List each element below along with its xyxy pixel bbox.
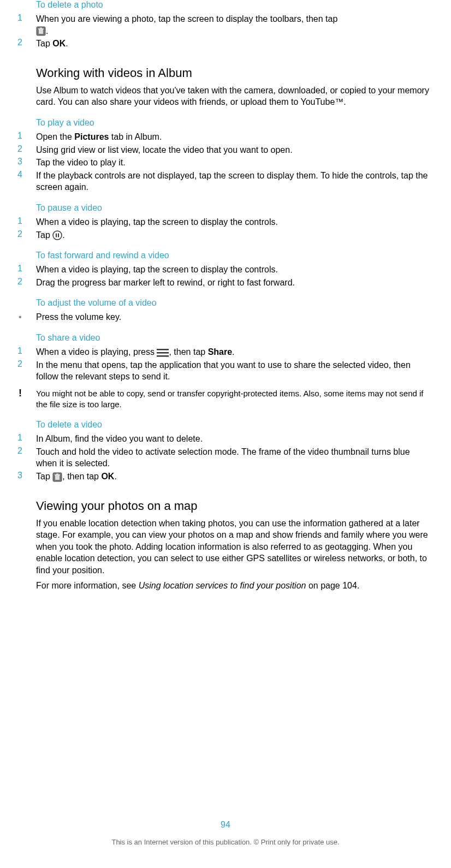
text-span: , then tap	[62, 472, 101, 481]
step-number: 1	[16, 131, 36, 141]
step-row: 2 Touch and hold the video to activate s…	[16, 446, 435, 469]
heading-fastforward: To fast forward and rewind a video	[36, 251, 435, 260]
heading-map: Viewing your photos on a map	[36, 499, 435, 513]
step-number: 2	[16, 38, 36, 47]
step-row: 4 If the playback controls are not displ…	[16, 170, 435, 193]
step-number: 3	[16, 157, 36, 167]
step-text: Tap .	[36, 229, 431, 241]
text-span: Tap	[36, 472, 52, 481]
bold-ok: OK	[101, 472, 114, 481]
heading-volume: To adjust the volume of a video	[36, 298, 435, 308]
step-text: If the playback controls are not display…	[36, 170, 431, 193]
step-number: 2	[16, 144, 36, 154]
bold-ok: OK	[52, 39, 66, 48]
step-number: 1	[16, 13, 36, 23]
heading-delete-photo: To delete a photo	[36, 0, 435, 10]
step-text: Drag the progress bar marker left to rew…	[36, 277, 431, 289]
step-text: Press the volume key.	[36, 311, 431, 323]
page-number: 94	[0, 820, 451, 830]
note-row: ! You might not be able to copy, send or…	[16, 388, 435, 411]
text-span: Tap	[36, 39, 52, 48]
pause-icon	[52, 230, 62, 240]
step-row: 1 In Album, find the video you want to d…	[16, 433, 435, 445]
text-span: .	[62, 230, 64, 240]
text-span: , then tap	[169, 347, 207, 356]
step-row: 2 Drag the progress bar marker left to r…	[16, 277, 435, 289]
text-span: .	[46, 26, 48, 35]
step-text: When a video is playing, tap the screen …	[36, 264, 431, 276]
step-number: 2	[16, 359, 36, 369]
heading-play-video: To play a video	[36, 118, 435, 128]
step-text: Tap , then tap OK.	[36, 471, 431, 483]
heading-delete-video: To delete a video	[36, 420, 435, 430]
heading-share-video: To share a video	[36, 333, 435, 343]
body-paragraph: For more information, see Using location…	[36, 580, 431, 592]
text-span: on page 104.	[306, 581, 359, 590]
step-row: 2 In the menu that opens, tap the applic…	[16, 359, 435, 383]
step-number: 1	[16, 216, 36, 226]
step-number: 2	[16, 446, 36, 456]
trash-icon	[36, 26, 46, 36]
step-text: When a video is playing, tap the screen …	[36, 216, 431, 228]
note-text: You might not be able to copy, send or t…	[36, 388, 431, 411]
step-row: 1 Open the Pictures tab in Album.	[16, 131, 435, 143]
heading-pause-video: To pause a video	[36, 203, 435, 213]
step-row: 3 Tap the video to play it.	[16, 157, 435, 169]
text-span: When you are viewing a photo, tap the sc…	[36, 14, 337, 23]
menu-icon	[157, 348, 169, 358]
footer-note: This is an Internet version of this publ…	[0, 838, 451, 846]
warning-icon: !	[16, 388, 36, 399]
step-row: 1 When a video is playing, press , then …	[16, 346, 435, 358]
step-text: When a video is playing, press , then ta…	[36, 346, 431, 358]
step-text: In the menu that opens, tap the applicat…	[36, 359, 431, 383]
step-number: 3	[16, 471, 36, 480]
step-text: When you are viewing a photo, tap the sc…	[36, 13, 431, 37]
step-number: 1	[16, 346, 36, 356]
body-paragraph: If you enable location detection when ta…	[36, 518, 431, 576]
body-paragraph: Use Album to watch videos that you've ta…	[36, 85, 431, 108]
text-span: Open the	[36, 132, 74, 141]
text-span: tab in Album.	[109, 132, 162, 141]
step-text: Tap the video to play it.	[36, 157, 431, 169]
trash-icon	[52, 472, 62, 482]
step-row: 2 Using grid view or list view, locate t…	[16, 144, 435, 156]
step-row: 1 When a video is playing, tap the scree…	[16, 216, 435, 228]
step-row: 1 When you are viewing a photo, tap the …	[16, 13, 435, 37]
bullet-dot: •	[16, 311, 36, 323]
step-number: 1	[16, 433, 36, 443]
text-span: .	[114, 472, 116, 481]
step-text: Tap OK.	[36, 38, 431, 50]
step-number: 1	[16, 264, 36, 274]
italic-link-text: Using location services to find your pos…	[139, 581, 306, 590]
step-number: 4	[16, 170, 36, 180]
step-row: 1 When a video is playing, tap the scree…	[16, 264, 435, 276]
bold-pictures: Pictures	[74, 132, 109, 141]
step-text: In Album, find the video you want to del…	[36, 433, 431, 445]
step-text: Open the Pictures tab in Album.	[36, 131, 431, 143]
text-span: When a video is playing, press	[36, 347, 157, 356]
text-span: .	[232, 347, 234, 356]
heading-working-videos: Working with videos in Album	[36, 66, 435, 80]
text-span: For more information, see	[36, 581, 139, 590]
step-row: 2 Tap .	[16, 229, 435, 241]
bold-share: Share	[208, 347, 232, 356]
step-number: 2	[16, 229, 36, 239]
bullet-row: • Press the volume key.	[16, 311, 435, 323]
step-text: Touch and hold the video to activate sel…	[36, 446, 431, 469]
text-span: .	[66, 39, 68, 48]
step-row: 2 Tap OK.	[16, 38, 435, 50]
text-span: Tap	[36, 230, 52, 240]
step-number: 2	[16, 277, 36, 287]
step-row: 3 Tap , then tap OK.	[16, 471, 435, 483]
step-text: Using grid view or list view, locate the…	[36, 144, 431, 156]
